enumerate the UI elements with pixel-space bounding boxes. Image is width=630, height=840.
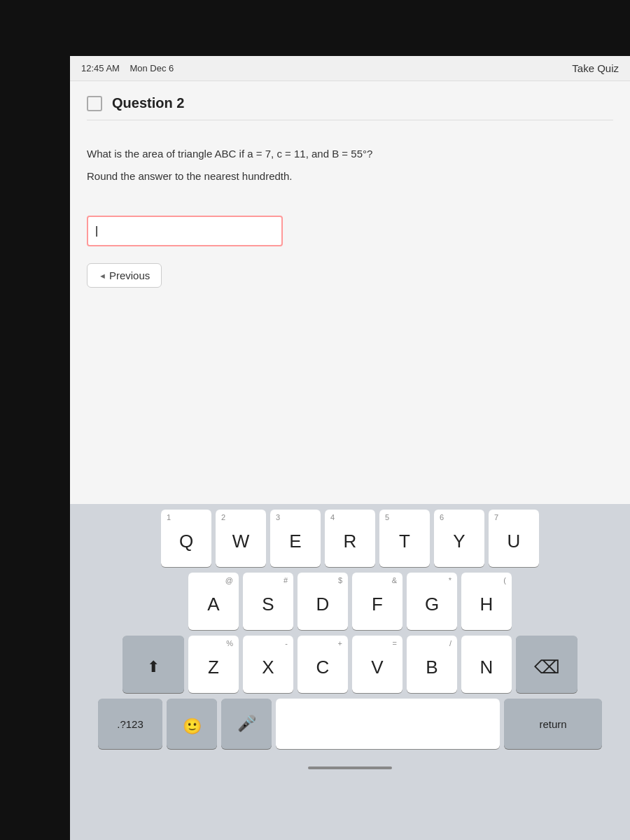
key-e[interactable]: 3 E — [270, 510, 321, 567]
key-s[interactable]: # S — [243, 573, 293, 630]
home-indicator — [70, 757, 630, 778]
key-row-3: ⬆ % Z - X + C = V / — [73, 636, 627, 693]
status-bar: 12:45 AM Mon Dec 6 Take Quiz — [70, 56, 630, 81]
status-time: 12:45 AM — [81, 63, 120, 74]
quiz-content: Question 2 What is the area of triangle … — [70, 81, 630, 504]
key-z[interactable]: % Z — [188, 636, 239, 693]
key-row-bottom: .?123 🙂 🎤 return — [73, 699, 627, 749]
status-time-date: 12:45 AM Mon Dec 6 — [81, 63, 174, 74]
key-q[interactable]: 1 Q — [161, 510, 211, 567]
keyboard: 1 Q 2 W 3 E 4 R 5 T — [70, 504, 630, 757]
home-bar — [308, 766, 392, 769]
shift-key[interactable]: ⬆ — [122, 636, 184, 693]
previous-button[interactable]: Previous — [87, 263, 162, 288]
key-t[interactable]: 5 T — [379, 510, 430, 567]
key-f[interactable]: & F — [352, 573, 402, 630]
key-w[interactable]: 2 W — [216, 510, 266, 567]
key-u[interactable]: 7 U — [489, 510, 539, 567]
keyboard-area: 1 Q 2 W 3 E 4 R 5 T — [70, 504, 630, 840]
answer-input[interactable] — [87, 216, 283, 246]
key-d[interactable]: $ D — [298, 573, 348, 630]
question-text-line1: What is the area of triangle ABC if a = … — [87, 146, 613, 162]
key-c[interactable]: + C — [298, 636, 348, 693]
switch-to-numbers-key[interactable]: .?123 — [98, 699, 162, 749]
key-b[interactable]: / B — [407, 636, 457, 693]
answer-input-container — [87, 216, 613, 246]
return-key[interactable]: return — [504, 699, 602, 749]
screen: 12:45 AM Mon Dec 6 Take Quiz Question 2 … — [70, 56, 630, 840]
key-y[interactable]: 6 Y — [434, 510, 484, 567]
space-key[interactable] — [276, 699, 500, 749]
emoji-key[interactable]: 🙂 — [167, 699, 217, 749]
question-body: What is the area of triangle ABC if a = … — [87, 134, 613, 202]
key-v[interactable]: = V — [352, 636, 402, 693]
key-h[interactable]: ( H — [461, 573, 512, 630]
key-row-1: 1 Q 2 W 3 E 4 R 5 T — [73, 510, 627, 567]
question-checkbox[interactable] — [87, 96, 102, 111]
key-row-2: @ A # S $ D & F * G — [73, 573, 627, 630]
quiz-title: Take Quiz — [572, 62, 619, 74]
key-a[interactable]: @ A — [188, 573, 239, 630]
question-header: Question 2 — [87, 95, 613, 120]
key-g[interactable]: * G — [407, 573, 457, 630]
delete-key[interactable]: ⌫ — [516, 636, 578, 693]
key-r[interactable]: 4 R — [325, 510, 375, 567]
question-text-line2: Round the answer to the nearest hundredt… — [87, 168, 613, 185]
nav-buttons: Previous — [87, 263, 613, 288]
key-x[interactable]: - X — [243, 636, 293, 693]
key-n[interactable]: N — [461, 636, 512, 693]
question-title: Question 2 — [112, 95, 184, 111]
mic-key[interactable]: 🎤 — [221, 699, 272, 749]
status-date: Mon Dec 6 — [130, 63, 174, 74]
